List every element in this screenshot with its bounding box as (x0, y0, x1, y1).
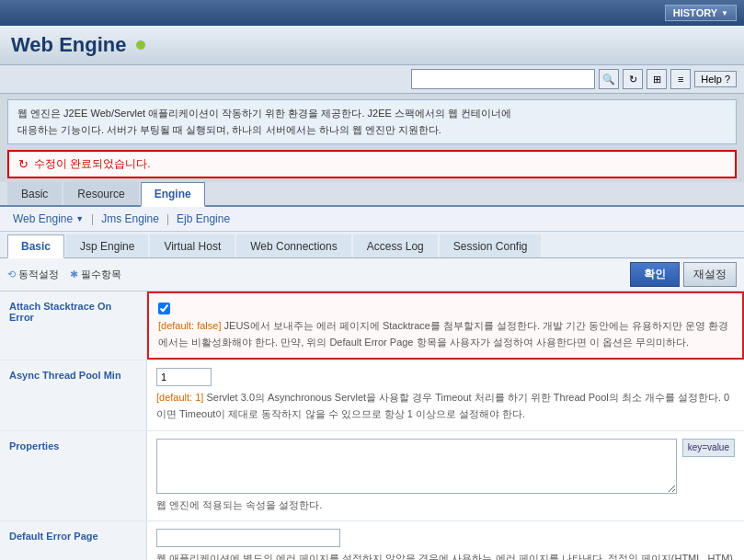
page-title: Web Engine (11, 33, 127, 57)
required-icon: ✱ (70, 269, 78, 280)
search-input[interactable] (411, 69, 595, 89)
sec-tab-virtual-host[interactable]: Virtual Host (150, 234, 235, 257)
default-error-page-desc: 웹 애플리케이션에 별도의 에러 페이지를 설정하지 않았을 경우에 사용하는 … (156, 551, 735, 560)
field-content-async-thread-pool: [default: 1] Servlet 3.0의 Asynchronous S… (147, 360, 744, 429)
field-row-default-error-page: Default Error Page 웹 애플리케이션에 별도의 에러 페이지를… (0, 521, 744, 560)
field-row-attach-stacktrace: Attach Stacktrace On Error [default: fal… (0, 291, 744, 360)
textarea-row: key=value (156, 439, 735, 494)
history-arrow-icon: ▼ (721, 9, 728, 17)
list-button[interactable]: ≡ (670, 69, 691, 89)
properties-textarea[interactable] (156, 439, 677, 494)
reset-button[interactable]: 재설정 (683, 262, 737, 287)
async-thread-pool-input[interactable] (156, 368, 212, 386)
dynamic-setting-icon: ⟲ (7, 269, 16, 280)
toolbar: ⟲ 동적설정 ✱ 필수항목 확인 재설정 (0, 258, 744, 291)
required-item: ✱ 필수항목 (70, 268, 121, 281)
field-label-default-error-page: Default Error Page (0, 521, 147, 560)
field-label-properties: Properties (0, 431, 147, 521)
attach-stacktrace-checkbox[interactable] (158, 303, 170, 314)
toolbar-right: 확인 재설정 (630, 262, 737, 287)
tab-resource[interactable]: Resource (63, 182, 138, 205)
success-message-box: ↻ 수정이 완료되었습니다. (7, 150, 737, 178)
subnav-jms-engine-label: Jms Engine (101, 212, 159, 225)
subnav-jms-engine[interactable]: Jms Engine (96, 211, 165, 227)
help-label: Help (701, 74, 722, 85)
search-button[interactable]: 🔍 (599, 69, 619, 89)
field-row-properties: Properties key=value 웹 엔진에 적용되는 속성을 설정한다… (0, 431, 744, 522)
tab-basic[interactable]: Basic (7, 182, 62, 205)
field-label-async-thread-pool: Async Thread Pool Min (0, 360, 147, 429)
field-content-default-error-page: 웹 애플리케이션에 별도의 에러 페이지를 설정하지 않았을 경우에 사용하는 … (147, 521, 744, 560)
field-row-async-thread-pool: Async Thread Pool Min [default: 1] Servl… (0, 360, 744, 430)
subnav-sep1: | (91, 212, 94, 225)
success-text: 수정이 완료되었습니다. (34, 156, 151, 172)
refresh-button[interactable]: ↻ (623, 69, 643, 89)
sub-nav: Web Engine ▼ | Jms Engine | Ejb Engine (0, 207, 744, 232)
field-content-attach-stacktrace: [default: false] JEUS에서 보내주는 에러 페이지에 Sta… (147, 291, 744, 360)
info-line2: 대응하는 기능이다. 서버가 부팅될 때 실행되며, 하나의 서버에서는 하나의… (17, 124, 441, 135)
subnav-web-engine-label: Web Engine (13, 212, 73, 225)
help-icon: ? (725, 74, 730, 85)
content-area: Attach Stacktrace On Error [default: fal… (0, 291, 744, 560)
dynamic-setting-item: ⟲ 동적설정 (7, 268, 59, 281)
status-dot-icon (136, 40, 145, 50)
confirm-button[interactable]: 확인 (630, 262, 680, 287)
properties-desc: 웹 엔진에 적용되는 속성을 설정한다. (156, 497, 735, 514)
grid-button[interactable]: ⊞ (647, 69, 667, 89)
main-tabs: Basic Resource Engine (0, 182, 744, 207)
info-line1: 웹 엔진은 J2EE Web/Servlet 애플리케이션이 작동하기 위한 환… (17, 108, 511, 119)
field-label-attach-stacktrace: Attach Stacktrace On Error (0, 291, 147, 360)
attach-stacktrace-desc: [default: false] JEUS에서 보내주는 에러 페이지에 Sta… (158, 318, 733, 350)
sec-tab-session-config[interactable]: Session Config (440, 234, 542, 257)
subnav-ejb-engine[interactable]: Ejb Engine (171, 211, 235, 227)
field-content-properties: key=value 웹 엔진에 적용되는 속성을 설정한다. (147, 431, 744, 521)
search-area: 🔍 ↻ ⊞ ≡ Help ? (0, 65, 744, 94)
subnav-web-engine[interactable]: Web Engine ▼ (7, 211, 89, 227)
subnav-sep2: | (166, 212, 169, 225)
subnav-web-engine-arrow-icon: ▼ (75, 214, 84, 223)
secondary-tabs: Basic Jsp Engine Virtual Host Web Connec… (0, 232, 744, 258)
success-icon: ↻ (18, 157, 29, 171)
info-box: 웹 엔진은 J2EE Web/Servlet 애플리케이션이 작동하기 위한 환… (7, 99, 737, 144)
checkbox-area (158, 301, 733, 314)
sec-tab-access-log[interactable]: Access Log (353, 234, 438, 257)
tab-engine[interactable]: Engine (141, 182, 205, 207)
history-button[interactable]: HISTORY ▼ (665, 5, 737, 21)
history-label: HISTORY (673, 7, 717, 18)
sec-tab-jsp-engine[interactable]: Jsp Engine (66, 234, 148, 257)
top-bar: HISTORY ▼ (0, 0, 744, 26)
sec-tab-web-connections[interactable]: Web Connections (236, 234, 351, 257)
dynamic-setting-label: 동적설정 (18, 268, 59, 281)
sec-tab-basic[interactable]: Basic (7, 234, 64, 258)
subnav-ejb-engine-label: Ejb Engine (177, 212, 230, 225)
key-value-label: key=value (682, 439, 735, 457)
default-error-page-input[interactable] (156, 529, 340, 547)
required-label: 필수항목 (81, 268, 121, 281)
page-header: Web Engine (0, 26, 744, 65)
async-thread-pool-desc: [default: 1] Servlet 3.0의 Asynchronous S… (156, 390, 735, 422)
toolbar-left: ⟲ 동적설정 ✱ 필수항목 (7, 268, 121, 281)
help-button[interactable]: Help ? (694, 71, 737, 87)
